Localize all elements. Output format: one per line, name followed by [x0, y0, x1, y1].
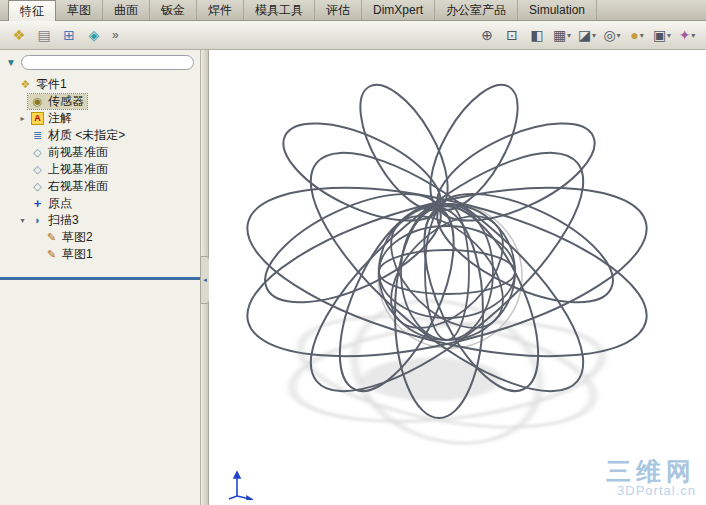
dimxpertmanager-icon: ◈: [89, 27, 100, 43]
display-style-icon: ◪: [578, 27, 591, 43]
view-orientation-button[interactable]: ▦ ▾: [551, 24, 573, 46]
tab-sheet-metal[interactable]: 钣金: [150, 0, 197, 20]
featuremanager-icon: ❖: [13, 27, 26, 43]
chevron-down-icon: ▾: [617, 31, 621, 40]
plane-icon: ◇: [31, 180, 44, 193]
display-style-button[interactable]: ◪ ▾: [576, 24, 598, 46]
material-icon: ≣: [31, 129, 44, 142]
configurationmanager-tab[interactable]: ⊞: [58, 24, 80, 46]
tab-office-products[interactable]: 办公室产品: [435, 0, 518, 20]
plane-icon: ◇: [31, 163, 44, 176]
tree-item-label: 草图2: [62, 229, 93, 246]
watermark: 三维网 3DPortal.cn: [606, 458, 696, 498]
featuremanager-panel: ▼ ❖ 零件1 ◉ 传感器 ▸ A: [0, 50, 200, 505]
expander-icon[interactable]: ▸: [17, 114, 28, 123]
toolbar-overflow-chevron[interactable]: »: [112, 28, 119, 42]
watermark-line2: 3DPortal.cn: [606, 484, 696, 498]
zoom-to-fit-icon: ⊡: [506, 27, 518, 43]
tab-mold-tools[interactable]: 模具工具: [244, 0, 315, 20]
graphics-viewport[interactable]: 三维网 3DPortal.cn: [209, 50, 706, 505]
sweep-icon: ◗: [31, 214, 44, 227]
apply-scene-button[interactable]: ▣ ▾: [651, 24, 673, 46]
tab-simulation[interactable]: Simulation: [518, 0, 597, 20]
configurationmanager-icon: ⊞: [63, 27, 75, 43]
edit-appearance-button[interactable]: ● ▾: [626, 24, 648, 46]
zoom-to-area-icon: ⊕: [481, 27, 493, 43]
tree-filter-input[interactable]: [21, 55, 194, 70]
chevron-down-icon: ▾: [691, 31, 695, 40]
view-settings-button[interactable]: ✦ ▾: [676, 24, 698, 46]
origin-icon: +: [31, 197, 44, 210]
chevron-down-icon: ▾: [567, 31, 571, 40]
tree-item-label: 上视基准面: [48, 161, 108, 178]
sensors-icon: ◉: [31, 95, 44, 108]
zoom-to-fit-button[interactable]: ⊡: [501, 24, 523, 46]
sketch-icon: ✎: [45, 248, 58, 261]
tree-item-right-plane[interactable]: ◇ 右视基准面: [3, 178, 200, 195]
panel-empty-area: [0, 280, 200, 505]
hide-show-items-icon: ◎: [603, 27, 615, 43]
plane-icon: ◇: [31, 146, 44, 159]
part-icon: ❖: [19, 78, 32, 91]
hide-show-items-button[interactable]: ◎ ▾: [601, 24, 623, 46]
expander-icon[interactable]: ▾: [17, 216, 28, 225]
manager-tab-group: ❖ ▤ ⊞ ◈ »: [8, 24, 119, 46]
tab-features[interactable]: 特征: [8, 0, 56, 21]
main-area: ▼ ❖ 零件1 ◉ 传感器 ▸ A: [0, 50, 706, 505]
tree-item-label: 注解: [48, 110, 72, 127]
tab-evaluate[interactable]: 评估: [315, 0, 362, 20]
tree-item-sketch1[interactable]: ✎ 草图1: [3, 246, 200, 263]
edit-appearance-icon: ●: [630, 27, 638, 43]
tab-weldments[interactable]: 焊件: [197, 0, 244, 20]
sketch-icon: ✎: [45, 231, 58, 244]
view-toolbar-group: ⊕ ⊡ ◧ ▦ ▾ ◪ ▾ ◎ ▾ ● ▾ ▣ ▾ ✦ ▾: [476, 24, 698, 46]
tree-item-material[interactable]: ≣ 材质 <未指定>: [3, 127, 200, 144]
section-view-icon: ◧: [530, 27, 543, 43]
propertymanager-icon: ▤: [37, 27, 50, 43]
tree-item-annotations[interactable]: ▸ A 注解: [3, 110, 200, 127]
watermark-line1: 三维网: [606, 458, 696, 484]
tree-item-label: 传感器: [48, 93, 84, 110]
tree-item-sketch2[interactable]: ✎ 草图2: [3, 229, 200, 246]
tree-filter-row: ▼: [0, 50, 200, 73]
coordinate-triad-icon: [227, 470, 253, 500]
panel-splitter[interactable]: ◂: [200, 50, 209, 505]
chevron-down-icon: ▾: [592, 31, 596, 40]
apply-scene-icon: ▣: [653, 27, 666, 43]
tree-item-label: 原点: [48, 195, 72, 212]
ribbon-tabbar: 特征 草图 曲面 钣金 焊件 模具工具 评估 DimXpert 办公室产品 Si…: [0, 0, 706, 21]
tree-item-label: 草图1: [62, 246, 93, 263]
tree-item-label: 扫描3: [48, 212, 79, 229]
tab-sketch[interactable]: 草图: [56, 0, 103, 20]
collapse-arrow-icon: ◂: [203, 276, 207, 284]
tree-item-sensors[interactable]: ◉ 传感器: [3, 93, 200, 110]
filter-funnel-icon[interactable]: ▼: [6, 58, 16, 68]
tree-item-part[interactable]: ❖ 零件1: [3, 76, 200, 93]
wireframe-model: [209, 50, 706, 505]
tree-item-origin[interactable]: + 原点: [3, 195, 200, 212]
tree-item-sweep3[interactable]: ▾ ◗ 扫描3: [3, 212, 200, 229]
feature-tree: ❖ 零件1 ◉ 传感器 ▸ A 注解: [0, 73, 200, 263]
tree-item-top-plane[interactable]: ◇ 上视基准面: [3, 161, 200, 178]
tree-item-label: 前视基准面: [48, 144, 108, 161]
chevron-down-icon: ▾: [667, 31, 671, 40]
featuremanager-tab[interactable]: ❖: [8, 24, 30, 46]
tree-item-label: 右视基准面: [48, 178, 108, 195]
chevron-down-icon: ▾: [640, 31, 644, 40]
view-settings-icon: ✦: [679, 27, 691, 43]
zoom-to-area-button[interactable]: ⊕: [476, 24, 498, 46]
heads-up-toolbar: ❖ ▤ ⊞ ◈ » ⊕ ⊡ ◧ ▦ ▾ ◪ ▾ ◎ ▾: [0, 21, 706, 50]
tab-dimxpert[interactable]: DimXpert: [362, 0, 435, 20]
tab-surfaces[interactable]: 曲面: [103, 0, 150, 20]
tree-item-front-plane[interactable]: ◇ 前视基准面: [3, 144, 200, 161]
annotations-icon: A: [31, 112, 44, 125]
selected-highlight: ◉ 传感器: [28, 94, 87, 109]
view-orientation-icon: ▦: [553, 27, 566, 43]
tree-item-label: 零件1: [36, 76, 67, 93]
tree-item-label: 材质 <未指定>: [48, 127, 125, 144]
propertymanager-tab[interactable]: ▤: [33, 24, 55, 46]
dimxpertmanager-tab[interactable]: ◈: [83, 24, 105, 46]
section-view-button[interactable]: ◧: [526, 24, 548, 46]
